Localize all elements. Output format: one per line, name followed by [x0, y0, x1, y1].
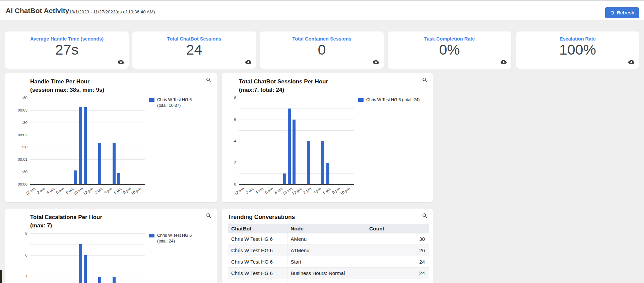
gridline — [30, 255, 145, 256]
table-header-row: ChatBot Node Count — [228, 224, 429, 233]
cloud-download-icon[interactable] — [628, 59, 634, 64]
kpi-title: Average Handle Time (seconds) — [5, 36, 129, 42]
gridline — [30, 244, 145, 244]
y-axis-tick-label: 00:02 — [5, 133, 27, 137]
bar[interactable] — [79, 244, 82, 283]
gridline — [30, 233, 145, 234]
refresh-icon — [610, 10, 615, 15]
kpi-value: 27s — [5, 42, 129, 58]
y-axis-tick-label: 4 — [222, 139, 236, 143]
bar[interactable] — [293, 120, 296, 185]
cell-count: 24 — [366, 268, 429, 279]
kpi-card-contained-sessions: Total Contained Sessions 0 — [260, 31, 384, 69]
bar[interactable] — [326, 163, 329, 185]
bar[interactable] — [117, 173, 120, 184]
screen-edge-artifact — [0, 270, 2, 283]
kpi-title: Total Contained Sessions — [260, 36, 384, 42]
gridline — [239, 173, 354, 174]
chart-subtitle: (max:7, total: 24) — [239, 86, 328, 94]
x-axis-tick-label: 6 am — [55, 187, 65, 195]
chart-legend: Chris W Test HG 6 (total: 24) — [149, 233, 199, 244]
y-axis-tick-label: 00:03 — [5, 108, 27, 113]
legend-label: Chris W Test HG 6 (total: 24) — [366, 97, 420, 103]
cell-node: A1Menu — [287, 245, 366, 256]
x-axis-tick-label: 10 am — [73, 187, 84, 196]
refresh-button[interactable]: Refresh — [605, 7, 639, 18]
y-axis-tick-label: :30 — [5, 169, 27, 174]
gridline — [239, 152, 354, 152]
x-axis-tick-label: 8 am — [65, 187, 74, 195]
table-row: Chris W Test HG 6Start24 — [228, 256, 429, 268]
cell-count: 24 — [366, 256, 429, 268]
table-row: Chris W Test HG 61: Loans24 — [228, 279, 429, 283]
magnifier-icon[interactable] — [422, 213, 428, 219]
chart-subtitle: (session max: 38s, min: 9s) — [30, 86, 104, 94]
kpi-title: Escalation Rate — [516, 36, 639, 42]
y-axis-tick-label: 4 — [5, 274, 27, 279]
legend-swatch — [149, 234, 154, 237]
x-axis-line — [239, 184, 354, 185]
kpi-value: 24 — [132, 42, 256, 58]
cell-node: 1: Loans — [287, 279, 366, 283]
gridline — [239, 130, 354, 131]
x-axis-tick-label: 2 pm — [94, 187, 103, 195]
x-axis-tick-label: 6 pm — [113, 187, 122, 195]
kpi-value: 100% — [516, 42, 639, 58]
cloud-download-icon[interactable] — [118, 59, 124, 64]
gridline — [30, 110, 145, 111]
cell-chatbot: Chris W Test HG 6 — [228, 233, 287, 245]
magnifier-icon[interactable] — [422, 77, 428, 83]
bar[interactable] — [307, 141, 310, 184]
dashboard-screen: AI ChatBot Activity 10/1/2023 - 11/27/20… — [0, 0, 644, 283]
bar[interactable] — [113, 143, 116, 184]
bar[interactable] — [84, 255, 87, 283]
cell-count: 24 — [366, 279, 429, 283]
gridline — [239, 120, 354, 120]
bar[interactable] — [113, 277, 116, 283]
chart-subtitle: (max: 7) — [30, 221, 102, 230]
gridline — [30, 159, 145, 160]
cell-chatbot: Chris W Test HG 6 — [228, 268, 287, 279]
x-axis-tick-label: 6 pm — [322, 187, 331, 195]
trending-conversations-table: ChatBot Node Count Chris W Test HG 6AMen… — [228, 224, 429, 283]
chart-title: Handle Time Per Hour — [30, 77, 104, 86]
bar[interactable] — [283, 173, 286, 184]
cloud-download-icon[interactable] — [245, 59, 251, 64]
x-axis-tick-label: 4 am — [255, 187, 264, 195]
bar[interactable] — [288, 109, 291, 184]
gridline — [239, 109, 354, 109]
bar[interactable] — [98, 277, 101, 283]
kpi-value: 0% — [388, 42, 511, 58]
legend-label: Chris W Test HG 6 (total: 24) — [157, 233, 199, 244]
gridline — [30, 277, 145, 277]
gridline — [30, 147, 145, 147]
magnifier-icon[interactable] — [206, 77, 212, 83]
gridline — [30, 266, 145, 266]
cloud-download-icon[interactable] — [373, 59, 379, 64]
x-axis-tick-label: 2 am — [36, 187, 46, 195]
x-axis-tick-label: 8 pm — [331, 187, 341, 195]
magnifier-icon[interactable] — [206, 213, 212, 219]
y-axis-tick-label: 00:00 — [5, 182, 27, 187]
legend-label: Chris W Test HG 6 (total: 10:37) — [157, 97, 199, 109]
kpi-card-escalation-rate: Escalation Rate 100% — [516, 31, 639, 69]
y-axis-tick-label: 8 — [5, 231, 27, 236]
page-title: AI ChatBot Activity — [6, 7, 69, 15]
bar[interactable] — [84, 107, 87, 184]
y-axis-tick-label: 2 — [222, 160, 236, 165]
cloud-download-icon[interactable] — [501, 59, 507, 64]
x-axis-tick-label: 10 pm — [339, 187, 350, 196]
bar[interactable] — [321, 141, 324, 184]
cell-chatbot: Chris W Test HG 6 — [228, 279, 287, 283]
table-row: Chris W Test HG 6AMenu30 — [228, 233, 429, 245]
kpi-card-total-sessions: Total ChatBot Sessions 24 — [132, 31, 256, 69]
gridline — [30, 135, 145, 135]
y-axis-tick-label: 6 — [5, 253, 27, 258]
x-axis-tick-label: 4 am — [46, 187, 55, 195]
bar[interactable] — [74, 170, 77, 184]
bar[interactable] — [98, 143, 101, 184]
x-axis-tick-label: 8 am — [274, 187, 283, 195]
bar[interactable] — [79, 107, 82, 184]
gridline — [30, 98, 145, 98]
y-axis-tick-label: 0 — [222, 182, 236, 187]
